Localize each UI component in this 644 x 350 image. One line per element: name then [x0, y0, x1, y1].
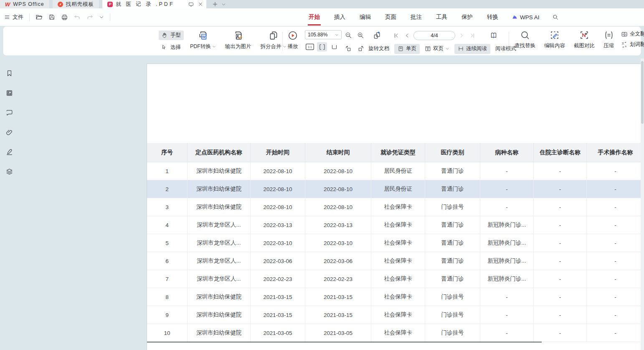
find-replace-label: 查找替换 [515, 42, 535, 49]
menu-search-icon[interactable] [552, 14, 559, 20]
table-cell: - [534, 180, 587, 198]
compress-button[interactable]: 压缩 [602, 29, 616, 50]
table-cell: - [587, 288, 644, 306]
tab-document-pdf[interactable]: P 就 医 记 录 .PDF [102, 0, 206, 8]
rotate-left-button[interactable] [343, 44, 354, 54]
bookmarks-panel-button[interactable] [4, 68, 15, 79]
hamburger-icon [4, 14, 10, 20]
menu-tab-insert[interactable]: 插入 [333, 12, 346, 23]
file-menu-button[interactable]: 文件 [4, 13, 23, 21]
page-number-input[interactable] [413, 31, 455, 40]
table-cell: - [480, 324, 534, 342]
table-cell: 2022-08-10 [305, 162, 371, 180]
split-merge-button[interactable]: 拆分合并 [259, 29, 288, 51]
menu-tab-home[interactable]: 开始 [308, 12, 321, 23]
swap-pages-button[interactable] [371, 31, 383, 41]
table-cell: 新冠肺炎门诊... [480, 270, 534, 288]
zoom-select[interactable]: 105.88% [305, 30, 342, 39]
split-merge-icon [268, 30, 279, 41]
play-button[interactable]: 播放 [286, 29, 300, 51]
hand-icon [162, 32, 168, 38]
undo-icon[interactable] [74, 14, 81, 20]
table-cell: 深圳市妇幼保健院 [188, 180, 251, 198]
cursor-icon [162, 44, 168, 51]
thumbnails-panel-button[interactable] [4, 87, 15, 98]
svg-text:A: A [622, 33, 624, 36]
table-cell: 2022-08-10 [305, 198, 371, 216]
first-page-button[interactable] [392, 31, 401, 41]
table-cell: - [534, 162, 587, 180]
attachments-panel-button[interactable] [4, 127, 15, 138]
wps-ai-label: WPS AI [520, 14, 540, 20]
export-image-button[interactable]: 输出为图片 [223, 29, 253, 51]
screenshot-compare-button[interactable]: 截图对比 [572, 29, 596, 50]
close-tab-icon[interactable] [198, 2, 203, 7]
single-page-button[interactable]: 单页 [394, 44, 420, 54]
fit-page-button[interactable] [329, 42, 339, 51]
double-page-button[interactable]: 双页 [421, 44, 453, 54]
actual-size-button[interactable]: 1:1 [305, 42, 315, 51]
table-cell: 社会保障卡 [371, 234, 425, 252]
tab-wps-office[interactable]: W WPS Office [0, 0, 49, 8]
comments-panel-button[interactable] [4, 107, 15, 118]
table-cell: 深圳市龙华区人... [188, 252, 251, 270]
menu-tab-protect[interactable]: 保护 [461, 12, 474, 23]
full-translate-button[interactable]: A文 全文翻译 [621, 31, 644, 38]
pdf-convert-button[interactable]: W PDF转换 [188, 29, 218, 51]
table-cell: 深圳市龙华区人... [188, 216, 251, 234]
table-cell: 社会保障卡 [371, 324, 425, 342]
table-cell: 普通门诊 [425, 162, 480, 180]
last-page-button[interactable] [468, 31, 477, 41]
menu-tab-edit[interactable]: 编辑 [359, 12, 372, 23]
scrollbar-thumb[interactable] [641, 61, 644, 124]
save-icon[interactable] [48, 14, 55, 20]
menu-tab-wps-ai[interactable]: WPS AI [512, 14, 540, 20]
zoom-in-button[interactable] [355, 31, 366, 41]
tab-list-chevron-icon[interactable] [221, 2, 226, 7]
find-replace-button[interactable]: 查找替换 [513, 29, 537, 50]
zoom-out-button[interactable] [343, 31, 354, 41]
quick-access-chevron-icon[interactable] [99, 15, 104, 20]
table-cell: - [587, 270, 644, 288]
continuous-read-button[interactable]: 连续阅读 [454, 44, 490, 54]
previous-page-button[interactable] [403, 31, 412, 41]
redo-icon[interactable] [86, 14, 93, 20]
table-cell: 社会保障卡 [371, 252, 425, 270]
svg-text:文: 文 [624, 33, 626, 36]
read-mode-icon-button[interactable] [488, 31, 499, 41]
table-row: 4深圳市龙华区人...2022-03-132022-03-13社会保障卡普通门诊… [147, 216, 644, 234]
table-cell: 社会保障卡 [371, 306, 425, 324]
next-page-button[interactable] [457, 31, 466, 41]
fit-width-icon [319, 43, 326, 51]
table-cell: 2021-03-05 [305, 324, 371, 342]
new-tab-icon[interactable] [212, 1, 218, 7]
layers-panel-button[interactable] [4, 166, 15, 177]
fit-width-button[interactable] [317, 42, 327, 51]
table-cell: - [587, 216, 644, 234]
menu-tab-convert[interactable]: 转换 [486, 12, 499, 23]
rotate-doc-button[interactable]: 旋转文档 [368, 45, 389, 52]
select-tool-button[interactable]: 选择 [159, 43, 184, 52]
menu-tab-page[interactable]: 页面 [384, 12, 397, 23]
vertical-scrollbar[interactable] [641, 59, 644, 350]
table-cell: - [587, 180, 644, 198]
menu-tab-tools[interactable]: 工具 [435, 12, 448, 23]
monitor-icon[interactable] [188, 2, 194, 7]
word-translate-icon: 文A [621, 41, 628, 48]
table-cell: 2022-03-13 [251, 216, 305, 234]
table-cell: 8 [147, 288, 188, 306]
thumbnail-image-icon [5, 89, 13, 97]
menu-tab-comment[interactable]: 批注 [410, 12, 423, 23]
sign-annotate-panel-button[interactable] [4, 146, 15, 157]
table-cell: - [587, 198, 644, 216]
open-file-icon[interactable] [35, 14, 43, 21]
edit-content-button[interactable]: 编辑内容 [543, 29, 567, 50]
print-icon[interactable] [61, 14, 68, 21]
ribbon-tabs: 开始 插入 编辑 页面 批注 工具 保护 转换 WPS AI [308, 8, 559, 26]
word-translate-button[interactable]: 文A 划词翻译 [621, 41, 644, 48]
table-cell: - [480, 180, 534, 198]
wps-window: W WPS Office 找稻壳模板 P 就 医 记 录 .PDF [0, 0, 644, 350]
hand-tool-button[interactable]: 手型 [159, 31, 184, 40]
rotate-right-button[interactable] [355, 44, 366, 54]
tab-docer-templates[interactable]: 找稻壳模板 [53, 0, 99, 8]
